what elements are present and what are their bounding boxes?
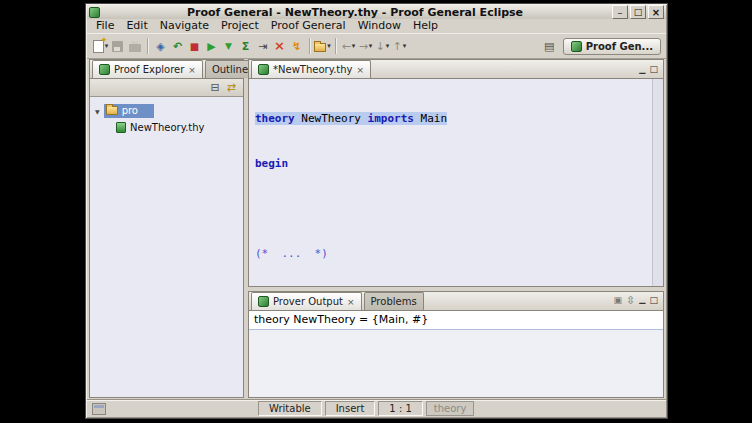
- minimize-view-icon[interactable]: [639, 296, 645, 304]
- main-toolbar: ▾ ▾ ▾ ▾ ▾ ▾ Proof Gen...: [87, 33, 666, 59]
- console-panel: Prover Output Problems theory NewTheory …: [248, 291, 664, 398]
- tab-label: *NewTheory.thy: [273, 64, 353, 75]
- tab-newtheory[interactable]: *NewTheory.thy: [251, 60, 371, 78]
- collapse-all-icon[interactable]: [211, 82, 220, 93]
- close-icon[interactable]: [357, 64, 365, 75]
- next-annotation-icon: [393, 41, 402, 52]
- application-window: Proof General - NewTheory.thy - Proof Ge…: [85, 3, 668, 419]
- menu-proof-general[interactable]: Proof General: [265, 19, 352, 33]
- annotation-ruler: [652, 79, 663, 286]
- window-icon: [89, 7, 100, 18]
- theory-file-icon: [116, 122, 126, 133]
- title-bar[interactable]: Proof General - NewTheory.thy - Proof Ge…: [87, 5, 666, 19]
- toolbar-separator: [309, 38, 310, 54]
- tab-prover-output[interactable]: Prover Output: [251, 292, 362, 310]
- pin-console-icon[interactable]: [614, 294, 623, 306]
- interrupt-button[interactable]: [271, 37, 288, 55]
- code-line-4[interactable]: (* ... *): [255, 246, 663, 261]
- back-icon: [342, 41, 351, 52]
- back-button[interactable]: ▾: [340, 37, 357, 55]
- open-perspective-button[interactable]: [541, 37, 558, 55]
- prover-output-line: theory NewTheory = {Main, #}: [249, 311, 663, 330]
- minimize-view-icon[interactable]: [639, 66, 645, 74]
- status-prover-state: theory: [426, 401, 475, 416]
- menu-edit[interactable]: Edit: [120, 19, 153, 33]
- code-line-1[interactable]: theory NewTheory imports Main: [255, 111, 663, 126]
- explorer-tab-row: Proof Explorer Outline: [90, 60, 243, 79]
- print-icon: [129, 44, 141, 52]
- editor-content[interactable]: theory NewTheory imports Main begin (* .…: [249, 79, 663, 286]
- menu-file[interactable]: File: [90, 19, 120, 33]
- project-tree[interactable]: pro NewTheory.thy: [90, 97, 243, 397]
- minimize-button[interactable]: [612, 5, 628, 19]
- next-annotation-button[interactable]: ▾: [391, 37, 408, 55]
- last-edit-button[interactable]: ▾: [374, 37, 391, 55]
- status-writable: Writable: [258, 401, 322, 416]
- code-keyword: imports: [368, 112, 414, 125]
- forward-button[interactable]: ▾: [357, 37, 374, 55]
- code-line-2[interactable]: begin: [255, 156, 663, 171]
- undo-all-button[interactable]: [169, 37, 186, 55]
- toolbar-separator: [147, 38, 148, 54]
- code-line-3[interactable]: [255, 201, 663, 216]
- menu-window[interactable]: Window: [352, 19, 407, 33]
- start-prover-button[interactable]: [203, 37, 220, 55]
- code-keyword: theory: [255, 112, 295, 125]
- process-all-icon: [242, 41, 250, 52]
- close-button[interactable]: [648, 5, 664, 19]
- tab-label: Problems: [371, 296, 417, 307]
- expander-icon[interactable]: [95, 105, 100, 116]
- maximize-button[interactable]: [630, 5, 646, 19]
- forward-icon: [359, 41, 368, 52]
- save-button[interactable]: [109, 37, 126, 55]
- tree-item-project[interactable]: pro: [90, 102, 243, 119]
- stop-prover-button[interactable]: [186, 37, 203, 55]
- print-button[interactable]: [126, 37, 143, 55]
- new-wizard-button[interactable]: ▾: [92, 37, 109, 55]
- maximize-view-icon[interactable]: [649, 65, 658, 74]
- tab-proof-explorer[interactable]: Proof Explorer: [92, 60, 203, 78]
- status-bar: Writable Insert 1 : 1 theory: [87, 399, 666, 417]
- editor-code[interactable]: theory NewTheory imports Main begin (* .…: [249, 79, 663, 286]
- restart-button[interactable]: [288, 37, 305, 55]
- open-proof-icon: [156, 41, 164, 52]
- window-title: Proof General - NewTheory.thy - Proof Ge…: [100, 6, 610, 19]
- prover-output-icon: [258, 296, 269, 307]
- prover-output-content[interactable]: theory NewTheory = {Main, #}: [249, 311, 663, 397]
- status-insert-mode: Insert: [325, 401, 376, 416]
- menu-help[interactable]: Help: [407, 19, 444, 33]
- tree-item-theory-file[interactable]: NewTheory.thy: [90, 119, 243, 136]
- step-forward-button[interactable]: [220, 37, 237, 55]
- status-caret-position: 1 : 1: [378, 401, 422, 416]
- code-identifier: Main: [414, 112, 447, 125]
- open-definition-button[interactable]: ▾: [314, 37, 331, 55]
- open-proof-button[interactable]: [152, 37, 169, 55]
- toolbar-separator: [335, 38, 336, 54]
- menu-project[interactable]: Project: [215, 19, 265, 33]
- chevron-down-icon: ▾: [352, 42, 356, 50]
- process-all-button[interactable]: [237, 37, 254, 55]
- fast-view-icon[interactable]: [92, 403, 106, 415]
- screen-background: Proof General - NewTheory.thy - Proof Ge…: [0, 0, 752, 423]
- interrupt-icon: [274, 40, 285, 52]
- chevron-down-icon: ▾: [403, 42, 407, 50]
- perspective-switcher[interactable]: Proof Gen...: [563, 38, 661, 55]
- tab-problems[interactable]: Problems: [364, 292, 424, 310]
- maximize-view-icon[interactable]: [649, 296, 658, 305]
- proof-explorer-icon: [99, 64, 110, 75]
- editor-tab-row: *NewTheory.thy: [249, 60, 663, 79]
- tree-item-label: NewTheory.thy: [130, 122, 205, 133]
- goto-end-button[interactable]: [254, 37, 271, 55]
- close-icon[interactable]: [347, 296, 355, 307]
- undo-all-icon: [173, 41, 182, 52]
- close-icon[interactable]: [188, 64, 196, 75]
- scroll-lock-icon[interactable]: [626, 295, 635, 306]
- console-tab-row: Prover Output Problems: [249, 292, 663, 311]
- link-editor-icon[interactable]: [227, 82, 236, 93]
- processed-region: theory NewTheory imports Main: [255, 112, 447, 125]
- chevron-down-icon: ▾: [327, 42, 331, 50]
- menu-navigate[interactable]: Navigate: [154, 19, 215, 33]
- tree-selection[interactable]: pro: [104, 104, 154, 118]
- step-forward-icon: [225, 40, 232, 52]
- panel-buttons: [614, 294, 661, 310]
